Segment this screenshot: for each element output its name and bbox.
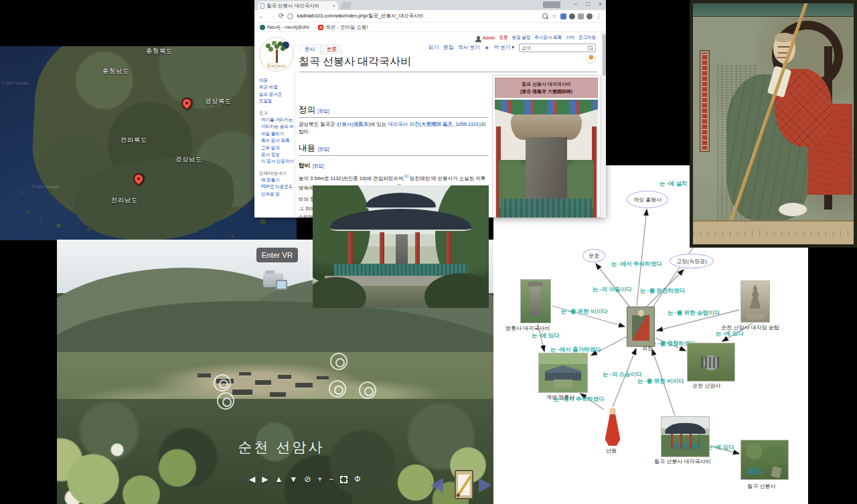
graph-image-node-yeongtongsabi[interactable] [520, 279, 551, 323]
pan-left-icon[interactable]: ◀ [249, 475, 255, 484]
sidebar-item[interactable]: 인쇄용 판 [259, 191, 295, 197]
graph-node-caption: 순천 선암사 대각암 승탑 [721, 324, 779, 331]
gyro-off-icon[interactable]: ⊘ [304, 475, 311, 484]
wiki-link[interactable]: 대각국사 의천(大覺國師 義天, 1055-1101) [388, 121, 481, 127]
notes-clipboard-icon[interactable] [455, 470, 473, 499]
profile-avatar[interactable] [587, 54, 596, 64]
browser-scrollbar[interactable] [601, 32, 606, 218]
graph-image-node-chilgok-seonbongsa[interactable] [741, 440, 789, 480]
sidebar-item[interactable]: 여기를 가리키는 문서 [259, 116, 295, 123]
sidebar-item[interactable]: 가리키는 글의 바뀜 [259, 123, 295, 130]
zoom-indicator-icon[interactable] [542, 13, 548, 19]
pan-up-icon[interactable]: ▲ [275, 475, 283, 484]
section-heading-tapbi: 탑비[편집] [299, 162, 489, 170]
bookmark-item[interactable]: A옥션 - 모바일 쇼핑! [318, 24, 368, 31]
scrollbar-thumb[interactable] [603, 34, 606, 76]
page-tab[interactable]: 문서 [299, 44, 321, 55]
satellite-map-panel[interactable]: 충청북도충청남도경상북도전라북도경상남도전라남도© 2017 Google© 2… [0, 46, 297, 240]
pan-down-icon[interactable]: ▼ [289, 475, 297, 484]
vr-hotspot[interactable] [214, 374, 231, 392]
graph-node-교장(속장경)[interactable]: 교장(속장경) [670, 254, 714, 268]
sidebar-item[interactable]: 최근 바뀜 [259, 84, 295, 90]
pan-right-icon[interactable]: ▶ [262, 475, 268, 484]
graph-node-문종[interactable]: 문종 [582, 249, 605, 262]
sidebar-item[interactable]: 도움말 [259, 98, 295, 104]
personal-link[interactable]: 환경 설정 [512, 35, 530, 41]
personal-link[interactable]: 기여 [566, 35, 574, 41]
graph-node-개성 흥왕사[interactable]: 개성 흥왕사 [627, 191, 668, 208]
view-tab[interactable]: 역사 보기 [458, 44, 479, 51]
pavilion-photo[interactable] [313, 185, 489, 308]
sidebar-item[interactable]: PDF로 다운로드 [259, 183, 295, 190]
graph-image-node-gaeseong-yeongtongsa[interactable] [538, 353, 588, 393]
wiki-search-box[interactable] [519, 44, 596, 52]
graph-image-node-suncheon-seonamsa[interactable] [687, 343, 735, 382]
url-field[interactable]: kadhlab103.com/wiki/index.php/칠곡_선봉사_대각국… [297, 13, 539, 19]
heading-text: 정의 [299, 105, 315, 114]
sidebar-item[interactable]: 고유 링크 [259, 145, 295, 151]
window-close-button[interactable]: × [599, 1, 602, 7]
page-tab[interactable]: 토론 [321, 44, 343, 55]
refresh-icon[interactable]: ⟳ [279, 13, 284, 19]
sidebar-item[interactable]: 특수 문서 목록 [259, 137, 295, 144]
extension-icon[interactable] [587, 13, 593, 19]
search-icon[interactable] [588, 46, 593, 51]
tab-close-icon[interactable]: × [332, 3, 335, 9]
next-scene-arrow[interactable] [479, 478, 491, 493]
infobox-title-ko: 칠곡 선봉사 대각국사비 [497, 80, 596, 88]
vr-location-caption: 순천 선암사 [208, 438, 355, 456]
vr-hotspot[interactable] [359, 382, 376, 399]
window-minimize-button[interactable]: – [574, 1, 577, 7]
bookmark-star-icon[interactable]: ☆ [552, 13, 557, 19]
edit-link[interactable]: [편집] [318, 108, 329, 113]
fullscreen-icon[interactable] [340, 476, 347, 483]
site-info-icon[interactable]: i [287, 13, 293, 19]
graph-edge-label: 는 -를 위한 승탑이다 [668, 309, 720, 317]
zoom-in-icon[interactable]: + [317, 475, 322, 484]
edit-link[interactable]: [편집] [318, 147, 329, 151]
browser-tab[interactable]: 칠곡 선봉사 대각국사비 × [258, 1, 338, 10]
sidebar-item[interactable]: 문서 정보 [259, 151, 295, 158]
sidebar-item[interactable]: 파일 올리기 [259, 131, 295, 137]
zoom-out-icon[interactable]: − [329, 475, 333, 484]
orbit-reset-icon[interactable]: Ф [354, 475, 360, 484]
infobox-image[interactable] [495, 100, 598, 218]
pavilion-fence [501, 199, 592, 218]
personal-link[interactable]: 토론 [499, 35, 508, 41]
graph-image-node-chilgokbi[interactable] [661, 416, 710, 457]
window-maximize-button[interactable]: □ [586, 1, 589, 7]
personal-link[interactable]: 로그아웃 [578, 35, 596, 41]
forward-icon[interactable]: → [268, 13, 275, 19]
new-tab-button[interactable] [340, 2, 352, 9]
sidebar-item[interactable]: 대문 [259, 77, 295, 84]
more-dropdown[interactable]: 더 보기 ▾ [494, 44, 514, 51]
sidebar-item[interactable]: 이 문서 인용하기 [259, 158, 295, 165]
view-tab[interactable]: 편집 [443, 44, 453, 51]
vr-hotspot[interactable] [329, 380, 346, 398]
camcorder-icon[interactable] [263, 273, 283, 287]
personal-link[interactable]: 주시문서 목록 [534, 35, 562, 41]
sidebar-item[interactable]: 책 만들기 [259, 177, 295, 183]
sidebar-item[interactable]: 임의 문서로 [259, 91, 295, 98]
vr-hotspot[interactable] [330, 353, 347, 370]
graph-image-node-nanwon[interactable] [603, 408, 623, 446]
edit-link[interactable]: [편집] [313, 163, 324, 168]
personal-link[interactable]: Admin [483, 35, 495, 40]
wiki-logo[interactable]: Encyves [259, 37, 294, 72]
wiki-search-input[interactable] [522, 46, 588, 50]
view-tab[interactable]: 읽기 [428, 44, 439, 51]
extension-icon[interactable] [560, 13, 566, 19]
bookmark-item[interactable]: Neo4j - neo4j@dhi: [260, 24, 310, 30]
wiki-link[interactable]: 선봉사(僊鳳寺) [337, 121, 370, 127]
enter-vr-button[interactable]: Enter VR [256, 248, 298, 262]
vr-hotspot[interactable] [217, 392, 234, 410]
graph-image-node-uicheon[interactable] [627, 307, 655, 347]
extension-icon[interactable] [569, 13, 575, 19]
back-icon[interactable]: ← [258, 13, 265, 19]
extension-icon[interactable] [578, 13, 584, 19]
text-run: 높이 3.54m로 1132년(인종 10)에 건립되었으며, [299, 175, 404, 181]
prev-scene-arrow[interactable] [431, 478, 443, 493]
browser-menu-icon[interactable]: ⋮ [596, 13, 602, 19]
graph-image-node-seungtap[interactable] [741, 280, 770, 323]
watch-star-icon[interactable]: ★ [484, 45, 489, 51]
